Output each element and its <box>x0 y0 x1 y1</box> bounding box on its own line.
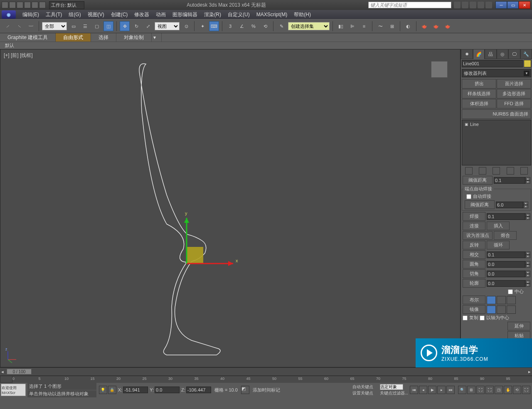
project-icon[interactable] <box>39 2 46 8</box>
goto-end-icon[interactable]: ⏭ <box>446 386 455 394</box>
chamfer-button[interactable]: 切角 <box>463 269 485 278</box>
search-icon[interactable] <box>454 2 461 8</box>
nurbs-button[interactable]: NURBS 曲面选择 <box>462 109 531 119</box>
zoom-all-icon[interactable]: ⊞ <box>467 386 475 394</box>
threshold2-field[interactable] <box>496 202 523 208</box>
bool-sub-icon[interactable] <box>497 296 506 304</box>
move-icon[interactable]: ✥ <box>120 21 130 31</box>
menu-help[interactable]: 帮助(H) <box>291 10 314 19</box>
extend-button[interactable]: 延伸 <box>507 322 530 330</box>
align-icon[interactable]: ⊫ <box>347 21 357 31</box>
coord-z-field[interactable] <box>186 387 211 393</box>
poly-select-button[interactable]: 多边形选择 <box>497 89 531 99</box>
ribbon-tab-selection[interactable]: 选择 <box>91 33 116 42</box>
gizmo-x-arrow[interactable] <box>228 261 233 266</box>
cycle-button[interactable]: 循环 <box>487 241 510 249</box>
menu-edit[interactable]: 编辑(E) <box>19 10 42 19</box>
time-slider-right-icon[interactable]: ▸ <box>527 369 532 375</box>
named-sets-edit-icon[interactable]: ✎ <box>276 21 286 31</box>
bind-spacewarp-icon[interactable]: 〰 <box>26 21 36 31</box>
save-icon[interactable] <box>17 2 23 8</box>
outline-button[interactable]: 轮廓 <box>463 279 485 288</box>
comm-center-icon[interactable]: ◩ <box>241 386 249 394</box>
create-tab-icon[interactable]: ✹ <box>461 49 473 59</box>
maxscript-mini[interactable]: 欢迎使用MAXScr <box>1 384 26 396</box>
ribbon-tab-graphite[interactable]: Graphite 建模工具 <box>0 33 56 42</box>
autoweld-checkbox[interactable] <box>466 194 471 199</box>
subscription-icon[interactable] <box>462 2 468 8</box>
sel-lock-icon[interactable]: 💡 <box>99 386 107 394</box>
make-unique-icon[interactable] <box>493 167 500 175</box>
favorite-icon[interactable] <box>478 2 484 8</box>
track-bar[interactable]: 0510152025303540455055606570758085909510… <box>0 375 532 383</box>
schematic-view-icon[interactable]: ⊞ <box>387 21 397 31</box>
layers-icon[interactable]: ≡ <box>359 21 369 31</box>
menu-group[interactable]: 组(G) <box>65 10 84 19</box>
angle-snap-icon[interactable]: ∠ <box>237 21 247 31</box>
workspace-selector[interactable]: 工作台: 默认 <box>49 1 84 9</box>
keyboard-shortcut-icon[interactable]: ⌨ <box>209 21 219 31</box>
bool-int-icon[interactable] <box>507 296 516 304</box>
modifier-list[interactable]: 修改器列表 <box>462 69 531 77</box>
setkey-button[interactable]: 设置关键点 <box>352 390 379 396</box>
time-ruler[interactable]: 0510152025303540455055606570758085909510… <box>12 376 532 382</box>
ffd-select-button[interactable]: FFD 选择 <box>497 99 531 108</box>
spline-select-button[interactable]: 样条线选择 <box>462 89 496 99</box>
make-first-button[interactable]: 设为首顶点 <box>463 231 493 240</box>
time-slider-thumb[interactable]: 0 / 100 <box>7 369 32 375</box>
search-input[interactable] <box>369 2 451 8</box>
key-filters-button[interactable]: 关键点过滤器... <box>380 390 408 396</box>
zoom-extents-all-icon[interactable]: ⛶ <box>485 386 494 394</box>
gizmo-y-arrow[interactable] <box>184 218 189 223</box>
intersect-field[interactable] <box>487 251 525 258</box>
rotate-icon[interactable]: ↻ <box>131 21 141 31</box>
intersect-button[interactable]: 相交 <box>463 250 485 259</box>
ribbon-sub-default[interactable]: 默认 <box>0 42 19 49</box>
select-by-name-icon[interactable]: ☰ <box>80 21 90 31</box>
key-target-field[interactable] <box>380 384 403 390</box>
mini-curve-icon[interactable] <box>0 376 12 383</box>
menu-graph-editors[interactable]: 图形编辑器 <box>169 10 201 19</box>
window-crossing-icon[interactable]: ◫ <box>103 21 113 31</box>
rendered-frame-icon[interactable]: 🫖 <box>431 21 441 31</box>
minimize-button[interactable]: ─ <box>495 1 507 9</box>
search-box[interactable] <box>368 2 451 8</box>
open-icon[interactable] <box>9 2 16 8</box>
weld-field[interactable] <box>487 213 525 220</box>
modify-tab-icon[interactable]: 🌈 <box>473 49 485 59</box>
show-end-result-icon[interactable] <box>479 167 486 175</box>
zoom-icon[interactable]: 🔍 <box>458 386 466 394</box>
mirror-button[interactable]: 镜像 <box>463 305 485 314</box>
pivot-center-icon[interactable]: ⊙ <box>181 21 191 31</box>
render-setup-icon[interactable]: 🫖 <box>419 21 429 31</box>
undo-icon[interactable] <box>24 2 31 8</box>
zoom-extents-icon[interactable]: ⛶ <box>476 386 485 394</box>
weld-button[interactable]: 焊接 <box>463 212 485 221</box>
max-toggle-icon[interactable]: ⛶ <box>522 386 530 394</box>
gizmo-plane[interactable] <box>187 247 203 264</box>
coord-y-field[interactable] <box>155 387 180 393</box>
autokey-button[interactable]: 自动关键点 <box>352 384 379 390</box>
menu-maxscript[interactable]: MAXScript(M) <box>253 11 291 18</box>
viewport[interactable]: [+] [前] [线框] x y z <box>0 49 461 367</box>
mirror-h-icon[interactable] <box>487 306 496 314</box>
hierarchy-tab-icon[interactable]: 品 <box>485 49 497 59</box>
new-icon[interactable] <box>2 2 8 8</box>
time-slider-left-icon[interactable]: ◂ <box>0 369 5 375</box>
menu-rendering[interactable]: 渲染(R) <box>201 10 224 19</box>
fillet-field[interactable] <box>487 261 525 268</box>
ref-coord-system[interactable]: 视图 <box>155 22 180 30</box>
percent-snap-icon[interactable]: % <box>249 21 259 31</box>
threshold-field[interactable] <box>494 177 525 184</box>
close-button[interactable]: ✕ <box>519 1 530 9</box>
menu-animation[interactable]: 动画 <box>153 10 169 19</box>
coord-x-field[interactable] <box>123 387 148 393</box>
selection-filter[interactable]: 全部 <box>42 22 67 30</box>
mirror-v-icon[interactable] <box>497 306 506 314</box>
insert-button[interactable]: 插入 <box>487 222 510 230</box>
snap-toggle-icon[interactable]: 3 <box>225 21 235 31</box>
patch-select-button[interactable]: 面片选择 <box>497 79 531 89</box>
boolean-button[interactable]: 布尔 <box>463 296 485 304</box>
remove-modifier-icon[interactable] <box>507 167 514 175</box>
copy-checkbox[interactable] <box>463 315 468 320</box>
